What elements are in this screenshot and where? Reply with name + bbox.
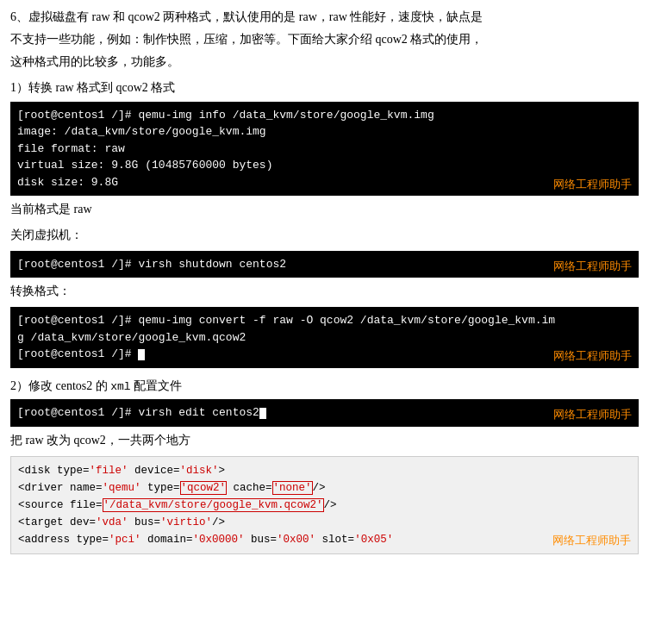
terminal-convert: [root@centos1 /]# qemu-img convert -f ra… <box>10 307 639 368</box>
note-raw: 当前格式是 raw <box>10 199 639 220</box>
xml-line-4: <target dev='vda' bus='virtio'/> <box>18 514 631 531</box>
watermark-1: 网络工程师助手 <box>553 176 632 193</box>
terminal-qemu-info: [root@centos1 /]# qemu-img info /data_kv… <box>10 102 639 197</box>
terminal-line-1: [root@centos1 /]# qemu-img info /data_kv… <box>17 107 632 124</box>
section2-num: 2）修改 centos2 的 <box>10 379 110 392</box>
terminal-convert-line2: g /data_kvm/store/google_kvm.qcow2 <box>17 329 632 347</box>
convert-label: 转换格式： <box>10 281 639 302</box>
xml-config-block: <disk type='file' device='disk'> <driver… <box>10 456 639 554</box>
terminal-edit: [root@centos1 /]# virsh edit centos2 网络工… <box>10 399 639 427</box>
intro-block: 6、虚拟磁盘有 raw 和 qcow2 两种格式，默认使用的是 raw，raw … <box>10 7 639 72</box>
terminal-edit-line: [root@centos1 /]# virsh edit centos2 <box>17 404 632 422</box>
watermark-5: 网络工程师助手 <box>552 532 631 550</box>
terminal-line-5: disk size: 9.8G <box>17 174 632 191</box>
xml-line-3: <source file='/data_kvm/store/google_kvm… <box>18 497 631 514</box>
terminal-shutdown-line: [root@centos1 /]# virsh shutdown centos2 <box>17 256 632 273</box>
intro-line1: 6、虚拟磁盘有 raw 和 qcow2 两种格式，默认使用的是 raw，raw … <box>10 7 639 28</box>
terminal-line-3: file format: raw <box>17 141 632 158</box>
terminal-convert-line1: [root@centos1 /]# qemu-img convert -f ra… <box>17 312 632 329</box>
terminal-convert-line3: [root@centos1 /]# <box>17 346 632 363</box>
section2-label: 2）修改 centos2 的 xml 配置文件 <box>10 377 639 397</box>
note-qcow2: 把 raw 改为 qcow2，一共两个地方 <box>10 430 639 451</box>
shutdown-label: 关闭虚拟机： <box>10 225 639 246</box>
page-content: 6、虚拟磁盘有 raw 和 qcow2 两种格式，默认使用的是 raw，raw … <box>0 0 649 565</box>
section2-rest: 配置文件 <box>131 379 183 392</box>
watermark-4: 网络工程师助手 <box>553 406 632 423</box>
section1-label: 1）转换 raw 格式到 qcow2 格式 <box>10 78 639 97</box>
section2-xml: xml <box>110 380 130 393</box>
xml-line-2: <driver name='qemu' type='qcow2' cache='… <box>18 479 631 497</box>
terminal-shutdown: [root@centos1 /]# virsh shutdown centos2… <box>10 251 639 278</box>
intro-line3: 这种格式用的比较多，功能多。 <box>10 52 639 72</box>
xml-line-1: <disk type='file' device='disk'> <box>18 462 631 479</box>
watermark-2: 网络工程师助手 <box>553 258 632 275</box>
terminal-line-2: image: /data_kvm/store/google_kvm.img <box>17 123 632 141</box>
watermark-3: 网络工程师助手 <box>553 347 632 365</box>
xml-line-5: <address type='pci' domain='0x0000' bus=… <box>18 531 631 548</box>
intro-line2: 不支持一些功能，例如：制作快照，压缩，加密等。下面给大家介绍 qcow2 格式的… <box>10 29 639 50</box>
terminal-line-4: virtual size: 9.8G (10485760000 bytes) <box>17 157 632 174</box>
